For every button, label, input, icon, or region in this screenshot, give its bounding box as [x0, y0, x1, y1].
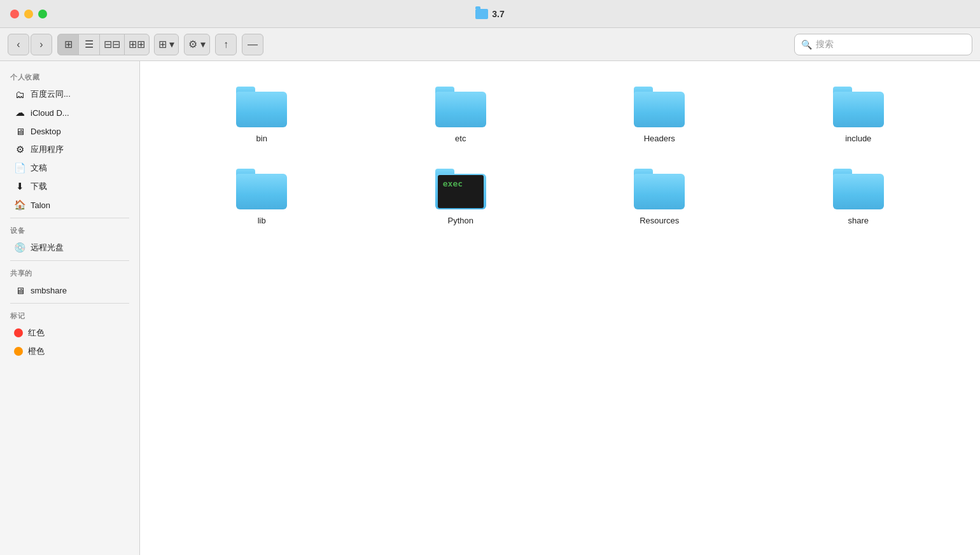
- folder-lib[interactable]: lib: [165, 162, 358, 232]
- lib-folder-label: lib: [258, 216, 266, 225]
- view-icon-button[interactable]: ⊞: [57, 34, 79, 55]
- share-button[interactable]: ↑: [215, 34, 237, 55]
- search-bar[interactable]: 🔍 搜索: [794, 34, 972, 55]
- share-folder-label: share: [848, 216, 869, 225]
- headers-folder-icon: [634, 87, 685, 127]
- sidebar-item-smbshare[interactable]: 🖥 smbshare: [4, 281, 136, 299]
- maximize-button[interactable]: [38, 10, 47, 18]
- window-title: 3.7: [475, 9, 504, 19]
- resources-folder-label: Resources: [640, 216, 679, 225]
- sidebar-item-baidu[interactable]: 🗂 百度云同...: [4, 85, 136, 103]
- window-controls: [10, 10, 47, 18]
- resources-folder-icon: [634, 169, 685, 209]
- sidebar-item-label: 远程光盘: [31, 242, 64, 253]
- titlebar: 3.7: [0, 0, 980, 28]
- orange-tag-dot: [14, 347, 23, 356]
- folder-python[interactable]: exec Python: [365, 162, 557, 232]
- sidebar-item-icloud[interactable]: ☁ iCloud D...: [4, 104, 136, 122]
- sidebar-item-label: 应用程序: [31, 144, 64, 155]
- etc-folder-icon: [435, 87, 486, 127]
- talon-icon: 🏠: [14, 199, 25, 211]
- red-tag-dot: [14, 328, 23, 337]
- tags-section-title: 标记: [0, 307, 139, 323]
- view-gallery-button[interactable]: ⊞⊞: [124, 34, 150, 55]
- main-layout: 个人收藏 🗂 百度云同... ☁ iCloud D... 🖥 Desktop ⚙…: [0, 61, 980, 555]
- back-button[interactable]: ‹: [8, 34, 29, 55]
- shared-section-title: 共享的: [0, 265, 139, 281]
- sidebar-item-downloads[interactable]: ⬇ 下载: [4, 178, 136, 195]
- disc-icon: 💿: [14, 242, 25, 253]
- folder-include[interactable]: include: [762, 80, 955, 150]
- icloud-icon: ☁: [14, 107, 25, 118]
- folder-share[interactable]: share: [762, 162, 955, 232]
- tag-button[interactable]: —: [242, 34, 263, 55]
- include-folder-icon: [833, 87, 884, 127]
- include-folder-label: include: [845, 134, 871, 143]
- docs-icon: 📄: [14, 162, 25, 174]
- sidebar-item-label: 红色: [28, 327, 45, 339]
- folder-bin[interactable]: bin: [165, 80, 358, 150]
- sidebar-item-label: 百度云同...: [31, 88, 71, 100]
- view-buttons: ⊞ ☰ ⊟⊟ ⊞⊞: [57, 34, 149, 55]
- folder-etc[interactable]: etc: [365, 80, 557, 150]
- python-folder-icon: exec: [435, 169, 486, 209]
- desktop-icon: 🖥: [14, 125, 25, 137]
- nav-buttons: ‹ ›: [8, 34, 52, 55]
- smbshare-icon: 🖥: [14, 285, 25, 296]
- toolbar: ‹ › ⊞ ☰ ⊟⊟ ⊞⊞ ⊞ ▾ ⚙ ▾ ↑ — 🔍 搜索: [0, 28, 980, 61]
- sidebar-item-desktop[interactable]: 🖥 Desktop: [4, 122, 136, 140]
- sidebar-divider-2: [10, 260, 129, 261]
- content-area: bin etc Headers include: [140, 61, 980, 555]
- sidebar-item-label: Talon: [31, 200, 50, 210]
- sidebar-divider-3: [10, 303, 129, 304]
- sidebar-item-label: smbshare: [31, 286, 67, 295]
- bin-folder-icon: [236, 87, 287, 127]
- view-dropdown-button[interactable]: ⊞ ▾: [154, 34, 179, 55]
- sidebar-item-talon[interactable]: 🏠 Talon: [4, 196, 136, 214]
- folder-resources[interactable]: Resources: [563, 162, 756, 232]
- sidebar-item-label: 下载: [31, 181, 47, 192]
- action-button[interactable]: ⚙ ▾: [184, 34, 209, 55]
- devices-section-title: 设备: [0, 222, 139, 238]
- sidebar-item-label: iCloud D...: [31, 108, 69, 118]
- close-button[interactable]: [10, 10, 19, 18]
- view-list-button[interactable]: ☰: [78, 34, 100, 55]
- sidebar-item-red-tag[interactable]: 红色: [4, 324, 136, 342]
- sidebar-divider-1: [10, 218, 129, 218]
- sidebar-item-label: 橙色: [28, 346, 45, 357]
- sidebar: 个人收藏 🗂 百度云同... ☁ iCloud D... 🖥 Desktop ⚙…: [0, 61, 140, 555]
- sidebar-item-label: 文稿: [31, 162, 47, 174]
- folder-headers[interactable]: Headers: [563, 80, 756, 150]
- apps-icon: ⚙: [14, 144, 25, 155]
- downloads-icon: ⬇: [14, 181, 25, 192]
- sidebar-item-label: Desktop: [31, 127, 61, 136]
- title-folder-icon: [475, 9, 488, 19]
- sidebar-item-apps[interactable]: ⚙ 应用程序: [4, 141, 136, 158]
- bin-folder-label: bin: [256, 134, 267, 143]
- exec-overlay: exec: [438, 175, 484, 208]
- sidebar-item-remote-disc[interactable]: 💿 远程光盘: [4, 239, 136, 256]
- search-icon: 🔍: [801, 39, 812, 50]
- forward-button[interactable]: ›: [31, 34, 52, 55]
- view-columns-button[interactable]: ⊟⊟: [99, 34, 125, 55]
- favorites-section-title: 个人收藏: [0, 69, 139, 85]
- baidu-icon: 🗂: [14, 88, 25, 100]
- lib-folder-icon: [236, 169, 287, 209]
- sidebar-item-orange-tag[interactable]: 橙色: [4, 342, 136, 360]
- search-placeholder: 搜索: [816, 39, 834, 50]
- python-folder-label: Python: [448, 216, 473, 225]
- minimize-button[interactable]: [24, 10, 33, 18]
- sidebar-item-docs[interactable]: 📄 文稿: [4, 159, 136, 177]
- etc-folder-label: etc: [455, 134, 466, 143]
- share-folder-icon: [833, 169, 884, 209]
- headers-folder-label: Headers: [644, 134, 675, 143]
